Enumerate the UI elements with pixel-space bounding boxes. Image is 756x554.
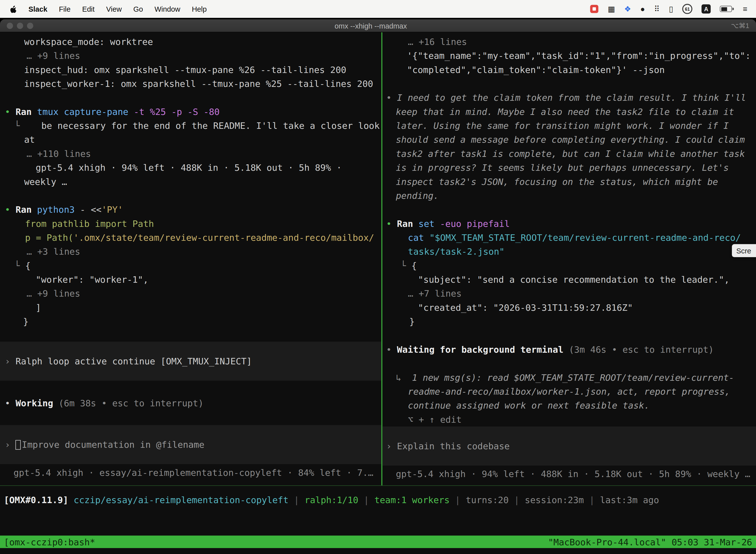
text-segment: › — [386, 441, 397, 451]
menu-extra-lines-icon[interactable]: ≡ — [743, 5, 747, 13]
menu-file[interactable]: File — [59, 5, 71, 13]
terminal-line: › Ralph loop active continue [OMX_TMUX_I… — [0, 354, 381, 368]
terminal-line — [382, 77, 756, 91]
text-segment: • — [386, 344, 397, 355]
screen-recording-stop-icon[interactable] — [590, 5, 598, 13]
text-segment: continue assigned work or next feasible … — [408, 400, 649, 410]
terminal-line: from pathlib import Path — [0, 217, 381, 231]
menu-bar-status-tray: ▦ ❖ ● ⠿ ▯ 61 A ≡ — [590, 4, 750, 14]
battery-percent-ring-icon[interactable]: 61 — [682, 4, 693, 14]
terminal-line: gpt-5.4 xhigh · 94% left · 488K in · 5.1… — [382, 467, 756, 481]
output-block: workspace_mode: worktree… +9 linesinspec… — [0, 35, 381, 329]
terminal-pane-right[interactable]: … +16 lines'{"team_name":"my-team","task… — [382, 32, 756, 485]
terminal-line: … +16 lines — [382, 35, 756, 49]
text-segment: workspace_mode: worktree — [24, 37, 153, 47]
terminal-line: inspect_hud: omx sparkshell --tmux-pane … — [0, 63, 381, 77]
terminal-line: } — [382, 315, 756, 328]
composer-input-band[interactable]: › Explain this codebase — [382, 427, 756, 465]
close-button[interactable] — [7, 22, 13, 29]
text-segment: • — [386, 93, 397, 103]
composer-input-band[interactable]: › Ralph loop active continue [OMX_TMUX_I… — [0, 341, 381, 381]
blue-app-icon[interactable]: ❖ — [624, 5, 631, 13]
text-segment: '.omx/state/team/review-current-readme-a… — [73, 233, 374, 243]
text-segment: ⌥ + ↑ edit — [408, 414, 462, 425]
text-segment: • — [386, 219, 397, 229]
battery-icon[interactable] — [720, 6, 734, 12]
macos-menu-bar: Slack File Edit View Go Window Help ▦ ❖ … — [0, 0, 756, 18]
composer-input-band[interactable]: › Improve documentation in @filename — [0, 425, 381, 464]
minimize-button[interactable] — [17, 22, 23, 29]
text-segment: Improve documentation in @filename — [22, 440, 204, 450]
text-segment: - << — [80, 205, 102, 215]
terminal-line: } — [0, 315, 381, 328]
text-segment: weekly … — [24, 176, 67, 187]
text-segment: "worker": "worker-1", — [36, 275, 148, 285]
menu-window[interactable]: Window — [154, 5, 180, 13]
terminal-line: └ { — [0, 259, 381, 273]
terminal-line: • Ran python3 - <<'PY' — [0, 203, 381, 216]
text-segment: pending. — [396, 190, 439, 201]
text-segment: session:23m — [525, 495, 584, 505]
text-segment: inspect task2's JSON, focusing on the st… — [396, 176, 718, 187]
dots-grid-icon[interactable]: ⠿ — [654, 5, 660, 13]
text-segment: } — [409, 317, 415, 327]
text-segment: Ran — [16, 107, 37, 117]
tmux-host-and-time: "MacBook-Pro-44.local" 05:03 31-Mar-26 — [548, 537, 752, 547]
text-segment: tasks/task-2.json" — [408, 246, 505, 257]
window-title: omx --xhigh --madmax — [44, 21, 698, 30]
text-segment: later. Using the same for transition mig… — [396, 121, 729, 131]
text-segment: readme-and-reco/mailbox/worker-1.json, a… — [408, 386, 730, 397]
keyboard-grid-icon[interactable]: ▦ — [608, 5, 615, 13]
terminal-line — [0, 189, 381, 203]
terminal-line: pending. — [382, 189, 756, 203]
menu-help[interactable]: Help — [192, 5, 207, 13]
terminal-line — [382, 357, 756, 371]
text-segment: Explain this codebase — [397, 441, 510, 451]
terminal-line: at — [0, 133, 381, 147]
screen-tooltip: Scre — [732, 244, 756, 257]
menu-app-name[interactable]: Slack — [28, 5, 47, 13]
terminal-line: … +9 lines — [0, 49, 381, 63]
terminal-line: gpt-5.4 xhigh · 94% left · 488K in · 5.1… — [0, 161, 381, 174]
black-circle-app-icon[interactable]: ● — [640, 5, 645, 13]
text-segment: | — [509, 495, 525, 505]
terminal-line: └ be necessary for the end of the README… — [0, 119, 381, 132]
text-segment: › — [5, 356, 15, 366]
terminal-line: continue assigned work or next feasible … — [382, 399, 756, 412]
text-segment: … +110 lines — [26, 149, 91, 159]
text-segment: Ralph loop active continue [OMX_TMUX_INJ… — [16, 356, 252, 366]
terminal-line: ⌥ + ↑ edit — [382, 412, 756, 427]
text-segment: '{"team_name":"my-team","task_id":"1","f… — [407, 51, 751, 61]
terminal-line: is in progress? It seems likely but perh… — [382, 161, 756, 174]
menu-go[interactable]: Go — [133, 5, 143, 13]
menu-edit[interactable]: Edit — [82, 5, 94, 13]
terminal-line: … +110 lines — [0, 147, 381, 161]
text-segment: turns:20 — [466, 495, 509, 505]
text-segment: gpt-5.4 xhigh · essay/ai-reimplementatio… — [13, 467, 373, 478]
terminal-line — [382, 329, 756, 342]
text-segment: { — [412, 261, 417, 271]
terminal-line: keep that in mind. Maybe I also need the… — [382, 105, 756, 119]
terminal-line: task2 after task1 is complete, but can I… — [382, 147, 756, 161]
terminal-pane-left[interactable]: workspace_mode: worktree… +9 linesinspec… — [0, 32, 381, 485]
zoom-button[interactable] — [27, 22, 33, 29]
text-segment: | — [450, 495, 466, 505]
text-segment: -t %25 -p -S -80 — [134, 107, 219, 117]
input-source-icon[interactable]: A — [702, 4, 711, 13]
terminal-line: … +7 lines — [382, 287, 756, 300]
apple-menu-icon[interactable] — [10, 5, 17, 13]
text-segment: -euo pipefail — [440, 219, 510, 229]
text-segment: "subject": "send a concise recommendatio… — [418, 275, 730, 285]
text-segment: set — [419, 219, 440, 229]
text-segment: team:1 workers — [375, 495, 450, 505]
text-segment: … +7 lines — [408, 288, 462, 298]
text-segment: inspect_worker-1: omx sparkshell --tmux-… — [24, 79, 373, 89]
terminal-line: • Waiting for background terminal (3m 46… — [382, 342, 756, 356]
tmux-panes: workspace_mode: worktree… +9 linesinspec… — [0, 32, 756, 485]
terminal-line: • Working (6m 38s • esc to interrupt) — [0, 396, 381, 410]
menu-view[interactable]: View — [106, 5, 122, 13]
text-segment: › — [5, 440, 15, 450]
display-mirroring-icon[interactable]: ▯ — [669, 5, 673, 13]
text-segment: └ — [400, 261, 411, 271]
window-title-bar[interactable]: omx --xhigh --madmax ⌥⌘1 — [0, 19, 756, 32]
